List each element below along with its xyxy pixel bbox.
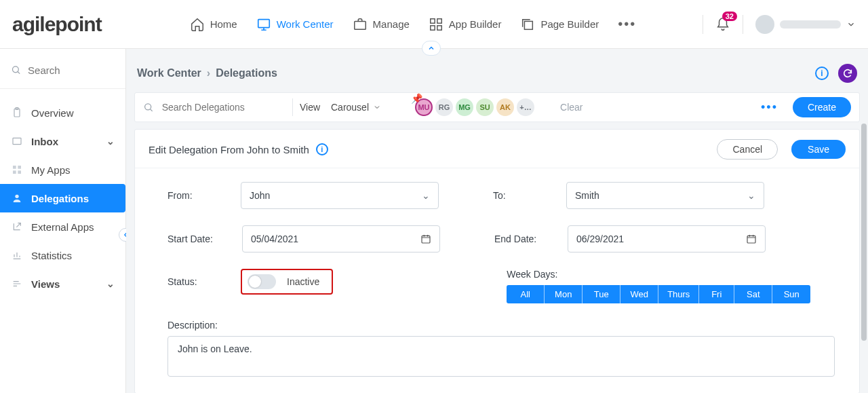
nav-home[interactable]: Home [190,17,237,32]
nav-work-center[interactable]: Work Center [256,17,334,32]
to-select[interactable]: Smith ⌄ [566,182,764,209]
sidebar-search[interactable] [0,56,125,89]
clear-button[interactable]: Clear [560,102,583,113]
start-date-label: Start Date: [167,233,230,244]
toolbar-more-button[interactable]: ••• [761,100,778,115]
svg-point-16 [145,104,151,110]
sidebar-item-delegations[interactable]: Delegations [0,184,125,212]
copy-icon [520,17,535,32]
avatar-chip[interactable]: RG [435,98,453,116]
svg-point-15 [15,195,18,198]
breadcrumb-separator: › [207,67,210,79]
nav-app-builder[interactable]: App Builder [429,17,502,32]
scrollbar-thumb[interactable] [861,124,867,341]
divider [703,15,703,34]
avatar-chip[interactable]: MG [456,98,473,116]
chevron-down-icon [373,103,381,111]
chevron-down-icon: ⌄ [747,190,755,201]
chevron-down-icon [846,20,856,29]
to-label: To: [493,190,554,201]
edit-delegation-panel: Edit Delegation From John to Smith i Can… [134,129,860,393]
breadcrumb-root[interactable]: Work Center [137,67,201,79]
svg-rect-13 [13,170,16,174]
chevron-down-icon: ⌄ [422,190,430,201]
nav-page-builder[interactable]: Page Builder [520,17,599,32]
sidebar-item-label: External Apps [31,221,94,233]
monitor-icon [256,17,271,32]
nav-label: App Builder [449,18,502,30]
weekday-wed[interactable]: Wed [620,285,658,303]
svg-rect-5 [437,25,441,29]
end-date-value: 06/29/2021 [576,233,624,244]
sidebar-item-label: Statistics [31,250,72,261]
divider [292,98,293,116]
weekday-thurs[interactable]: Thurs [658,285,699,303]
avatar-more[interactable]: +… [517,98,534,116]
sidebar-item-views[interactable]: Views ⌄ [0,269,125,298]
avatar-filter: 📌 MU RG MG SU AK +… [415,98,534,116]
top-nav: Home Work Center Manage App Builder Page… [190,16,637,32]
grid-icon [429,17,443,32]
info-icon[interactable]: i [815,67,829,80]
cancel-button[interactable]: Cancel [717,139,778,160]
sidebar-item-statistics[interactable]: Statistics [0,241,125,269]
sidebar-item-label: Inbox [31,136,58,147]
info-icon[interactable]: i [316,143,328,155]
sidebar-search-input[interactable] [28,64,115,76]
svg-rect-0 [258,19,269,27]
calendar-icon [746,233,757,244]
user-name-placeholder [780,20,841,29]
user-menu[interactable] [755,15,856,34]
nav-manage[interactable]: Manage [353,17,410,32]
weekday-sat[interactable]: Sat [734,285,772,303]
header-collapse-button[interactable] [422,41,441,56]
nav-label: Home [210,18,237,30]
chevron-down-icon: ⌄ [106,278,115,289]
weekday-mon[interactable]: Mon [545,285,583,303]
from-label: From: [167,190,229,201]
end-date-input[interactable]: 06/29/2021 [568,225,766,252]
view-selector[interactable]: View Carousel [300,102,381,113]
sidebar-item-label: Delegations [31,193,89,204]
refresh-button[interactable] [838,64,857,83]
sidebar-item-label: Overview [31,107,74,119]
sidebar-item-external-apps[interactable]: External Apps [0,212,125,241]
weekday-sun[interactable]: Sun [772,285,810,303]
sidebar-item-overview[interactable]: Overview [0,98,125,127]
description-textarea[interactable] [167,336,835,377]
toolbar-search[interactable] [143,101,285,113]
weekday-all[interactable]: All [507,285,545,303]
header-right: 32 [703,15,856,34]
svg-rect-17 [422,236,430,243]
view-label: View [300,102,320,113]
notifications-button[interactable]: 32 [715,17,730,32]
briefcase-icon [353,17,368,32]
to-value: Smith [575,190,599,201]
description-label: Description: [167,320,835,331]
user-icon [11,192,23,204]
weekday-tue[interactable]: Tue [583,285,620,303]
svg-rect-2 [431,18,435,22]
refresh-icon [842,68,853,79]
from-select[interactable]: John ⌄ [241,182,439,209]
notifications-badge: 32 [722,12,737,21]
nav-more-button[interactable]: ••• [618,16,636,32]
svg-rect-3 [437,18,441,22]
search-icon [143,101,154,113]
weekday-fri[interactable]: Fri [699,285,734,303]
avatar-chip[interactable]: SU [476,98,494,116]
create-button[interactable]: Create [793,97,851,117]
nav-label: Manage [373,18,410,30]
sidebar-item-inbox[interactable]: Inbox ⌄ [0,127,125,155]
external-link-icon [11,221,23,233]
start-date-input[interactable]: 05/04/2021 [242,225,440,252]
save-button[interactable]: Save [791,140,846,159]
status-toggle[interactable] [248,274,276,289]
avatar-chip[interactable]: AK [496,98,514,116]
svg-rect-6 [525,21,533,29]
toolbar-search-input[interactable] [162,102,285,113]
logo: agilepoint [12,13,122,36]
status-highlight: Inactive [241,269,333,295]
sidebar-item-my-apps[interactable]: My Apps [0,155,125,184]
pin-icon: 📌 [411,93,422,104]
